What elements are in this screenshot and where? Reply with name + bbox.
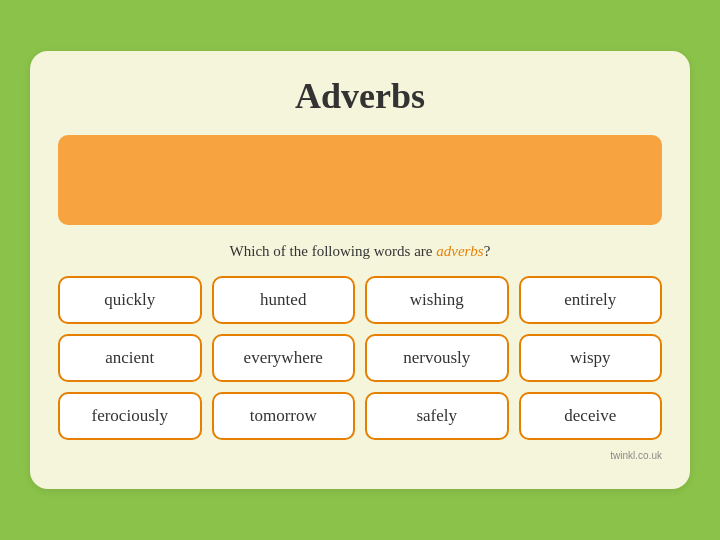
word-button[interactable]: everywhere bbox=[212, 334, 356, 382]
page-title: Adverbs bbox=[58, 75, 662, 117]
main-card: Adverbs Which of the following words are… bbox=[30, 51, 690, 489]
word-button[interactable]: ancient bbox=[58, 334, 202, 382]
question-text: Which of the following words are adverbs… bbox=[58, 243, 662, 260]
word-button[interactable]: wishing bbox=[365, 276, 509, 324]
word-button[interactable]: ferociously bbox=[58, 392, 202, 440]
word-button[interactable]: entirely bbox=[519, 276, 663, 324]
question-prefix: Which of the following words are bbox=[230, 243, 437, 259]
word-button[interactable]: nervously bbox=[365, 334, 509, 382]
word-button[interactable]: tomorrow bbox=[212, 392, 356, 440]
word-button[interactable]: hunted bbox=[212, 276, 356, 324]
branding: twinkl.co.uk bbox=[58, 450, 662, 461]
question-suffix: ? bbox=[484, 243, 491, 259]
question-highlight: adverbs bbox=[436, 243, 484, 259]
word-button[interactable]: wispy bbox=[519, 334, 663, 382]
word-grid: quicklyhuntedwishingentirelyancientevery… bbox=[58, 276, 662, 440]
word-button[interactable]: quickly bbox=[58, 276, 202, 324]
orange-banner bbox=[58, 135, 662, 225]
word-button[interactable]: deceive bbox=[519, 392, 663, 440]
word-button[interactable]: safely bbox=[365, 392, 509, 440]
